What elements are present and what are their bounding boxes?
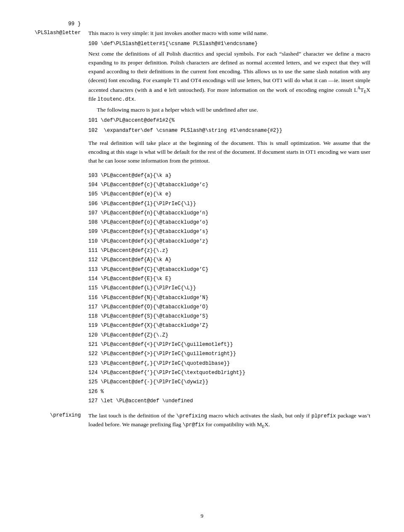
plslash-para-2: Next come the definitions of all Polish … xyxy=(88,50,370,104)
code-line-103: 103 \PL@accent@def{a}{\k a} xyxy=(88,172,370,179)
plslash-letter-margin: \PLSlash@letter xyxy=(34,29,88,37)
code-line-126: 126 % xyxy=(88,388,370,396)
code-line-127: 127 \let \PL@accent@def \undefined xyxy=(88,397,370,405)
code-line-119: 119 \PL@accent@def{X}{\@tabacckludge’Z} xyxy=(88,322,370,329)
page: 99 } \PLSlash@letter This macro is very … xyxy=(0,0,404,532)
code-line-120: 120 \PL@accent@def{Z}{\.Z} xyxy=(88,331,370,339)
top-line-margin: 99 } xyxy=(34,20,88,28)
plslash-code-1: 100 \def\PLSlash@letter#1{\csname PLSlas… xyxy=(88,40,370,48)
code-line-107: 107 \PL@accent@def{n}{\@tabacckludge’n} xyxy=(88,209,370,217)
plslash-letter-content: This macro is very simple: it just invok… xyxy=(88,29,370,136)
plslash-para-3: The following macro is just a helper whi… xyxy=(88,106,370,115)
code-line-110: 110 \PL@accent@def{x}{\@tabacckludge’z} xyxy=(88,238,370,245)
plslash-code-3: 102 \expandafter\def \csname PLSlash@\st… xyxy=(88,127,370,134)
code-line-105: 105 \PL@accent@def{e}{\k e} xyxy=(88,190,370,198)
top-line-content xyxy=(88,20,370,28)
plslash-letter-section: \PLSlash@letter This macro is very simpl… xyxy=(34,29,370,136)
real-def-content: The real definition will take place at t… xyxy=(88,139,370,168)
prefixing-margin: \prefixing xyxy=(34,412,88,420)
prefixing-section: \prefixing The last touch is the definit… xyxy=(34,412,370,432)
code-line-104: 104 \PL@accent@def{c}{\@tabacckludge’c} xyxy=(88,181,370,189)
plslash-para-1: This macro is very simple: it just invok… xyxy=(88,29,370,38)
code-line-115: 115 \PL@accent@def{L}{\PlPrIeC{\L}} xyxy=(88,284,370,292)
real-def-section: The real definition will take place at t… xyxy=(34,139,370,168)
code-line-121: 121 \PL@accent@def{<}{\PlPrIeC{\guillemo… xyxy=(88,341,370,348)
code-line-116: 116 \PL@accent@def{N}{\@tabacckludge’N} xyxy=(88,294,370,302)
code-line-111: 111 \PL@accent@def{z}{\.z} xyxy=(88,247,370,254)
top-line-section: 99 } xyxy=(34,20,370,28)
code-line-118: 118 \PL@accent@def{S}{\@tabacckludge’S} xyxy=(88,313,370,320)
real-def-para: The real definition will take place at t… xyxy=(88,139,370,166)
prefixing-label: \prefixing xyxy=(50,412,81,418)
code-line-117: 117 \PL@accent@def{O}{\@tabacckludge’O} xyxy=(88,303,370,311)
code-line-124: 124 \PL@accent@def{’}{\PlPrIeC{\textquot… xyxy=(88,369,370,377)
code-line-114: 114 \PL@accent@def{E}{\k E} xyxy=(88,275,370,283)
code-line-122: 122 \PL@accent@def{>}{\PlPrIeC{\guillemo… xyxy=(88,350,370,358)
plslash-code-2: 101 \def\PL@accent@def#1#2{% xyxy=(88,117,370,124)
code-line-109: 109 \PL@accent@def{s}{\@tabacckludge’s} xyxy=(88,228,370,235)
plslash-letter-label: \PLSlash@letter xyxy=(35,30,81,36)
code-line-108: 108 \PL@accent@def{o}{\@tabacckludge’o} xyxy=(88,219,370,226)
prefixing-content: The last touch is the definition of the … xyxy=(88,412,370,432)
code-line-106: 106 \PL@accent@def{l}{\PlPrIeC{\l}} xyxy=(88,200,370,208)
prefixing-para: The last touch is the definition of the … xyxy=(88,412,370,430)
code-block-section: 103 \PL@accent@def{a}{\k a} 104 \PL@acce… xyxy=(34,170,370,406)
code-line-125: 125 \PL@accent@def{-}{\PlPrIeC{\dywiz}} xyxy=(88,378,370,386)
code-line-112: 112 \PL@accent@def{A}{\k A} xyxy=(88,256,370,264)
doc-body: 99 } \PLSlash@letter This macro is very … xyxy=(34,20,370,434)
code-block-content: 103 \PL@accent@def{a}{\k a} 104 \PL@acce… xyxy=(88,170,370,406)
code-line-113: 113 \PL@accent@def{C}{\@tabacckludge’C} xyxy=(88,266,370,273)
page-number: 9 xyxy=(201,513,204,519)
code-line-123: 123 \PL@accent@def{,}{\PlPrIeC{\quotedbl… xyxy=(88,360,370,367)
